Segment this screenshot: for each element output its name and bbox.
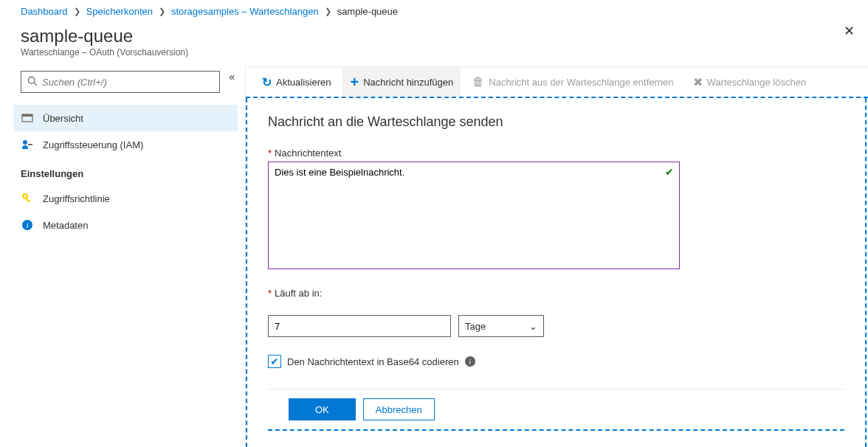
expire-label: *Läuft ab in: (268, 288, 844, 299)
svg-rect-3 (22, 114, 32, 117)
iam-icon (21, 138, 34, 151)
base64-checkbox[interactable]: ✔ (268, 355, 281, 368)
breadcrumb: Dashboard ❯ Speicherkonten ❯ storagesamp… (0, 0, 868, 23)
add-message-button[interactable]: + Nachricht hinzufügen (342, 67, 461, 97)
delete-icon: ✖ (693, 75, 703, 89)
breadcrumb-dashboard[interactable]: Dashboard (21, 6, 68, 17)
breadcrumb-storage-accounts[interactable]: Speicherkonten (86, 6, 153, 17)
sidebar-item-overview[interactable]: Übersicht (13, 105, 238, 131)
sidebar-item-label: Zugriffssteuerung (IAM) (43, 139, 143, 150)
expire-unit-value: Tage (465, 321, 486, 332)
remove-message-button[interactable]: 🗑 Nachricht aus der Warteschlange entfer… (465, 67, 681, 97)
svg-point-0 (28, 77, 35, 83)
remove-label: Nachricht aus der Warteschlange entferne… (489, 77, 673, 88)
plus-icon: + (350, 74, 359, 91)
search-icon (27, 76, 38, 89)
base64-label: Den Nachrichtentext in Base64 codieren (287, 356, 459, 367)
delete-queue-button[interactable]: ✖ Warteschlange löschen (686, 67, 814, 97)
chevron-right-icon: ❯ (325, 7, 331, 16)
key-icon (21, 192, 34, 205)
svg-point-7 (24, 195, 27, 198)
chevron-right-icon: ❯ (159, 7, 165, 16)
add-label: Nachricht hinzufügen (363, 77, 453, 88)
trash-icon: 🗑 (472, 75, 484, 89)
collapse-sidebar-icon[interactable]: « (229, 71, 235, 83)
search-box[interactable] (21, 71, 220, 93)
expire-number-input[interactable] (268, 315, 451, 337)
breadcrumb-queues[interactable]: storagesamples – Warteschlangen (171, 6, 319, 17)
refresh-icon: ↻ (262, 75, 272, 89)
search-input[interactable] (42, 77, 213, 88)
svg-text:i: i (26, 221, 28, 229)
toolbar: ↻ Aktualisieren + Nachricht hinzufügen 🗑… (246, 66, 868, 98)
sidebar-group-settings: Einstellungen (21, 168, 230, 179)
message-textarea[interactable] (268, 162, 680, 269)
sidebar-item-metadata[interactable]: i Metadaten (13, 212, 238, 238)
info-tooltip-icon[interactable]: i (465, 356, 475, 367)
sidebar-item-label: Zugriffsrichtlinie (43, 193, 110, 204)
svg-line-1 (34, 83, 37, 86)
chevron-down-icon: ⌄ (529, 321, 537, 332)
close-icon[interactable]: ✕ (844, 23, 855, 39)
page-title: sample-queue (21, 26, 188, 46)
refresh-label: Aktualisieren (276, 77, 331, 88)
sidebar-item-label: Übersicht (43, 113, 83, 124)
sidebar-item-label: Metadaten (43, 220, 88, 231)
sidebar: « Übersicht Zugriffssteuerung (IAM) Eins… (0, 66, 245, 447)
message-label: *Nachrichtentext (268, 148, 844, 159)
overview-icon (21, 111, 34, 125)
chevron-right-icon: ❯ (74, 7, 80, 16)
delete-label: Warteschlange löschen (707, 77, 807, 88)
main-panel: ↻ Aktualisieren + Nachricht hinzufügen 🗑… (245, 66, 868, 447)
page-subtitle: Warteschlange – OAuth (Vorschauversion) (21, 47, 188, 58)
breadcrumb-current: sample-queue (337, 6, 398, 17)
ok-button[interactable]: OK (289, 398, 356, 420)
form-title: Nachricht an die Warteschlange senden (268, 114, 844, 130)
svg-point-4 (23, 140, 27, 145)
cancel-button[interactable]: Abbrechen (363, 398, 435, 420)
svg-rect-5 (28, 144, 32, 145)
refresh-button[interactable]: ↻ Aktualisieren (255, 67, 338, 97)
form-area: Nachricht an die Warteschlange senden *N… (246, 98, 867, 447)
info-icon: i (21, 218, 34, 232)
valid-check-icon: ✔ (665, 166, 674, 178)
sidebar-item-access-policy[interactable]: Zugriffsrichtlinie (13, 185, 238, 212)
dialog-footer: OK Abbrechen (268, 389, 844, 431)
svg-rect-8 (25, 198, 30, 203)
expire-unit-select[interactable]: Tage ⌄ (458, 315, 544, 337)
sidebar-item-iam[interactable]: Zugriffssteuerung (IAM) (13, 131, 238, 158)
